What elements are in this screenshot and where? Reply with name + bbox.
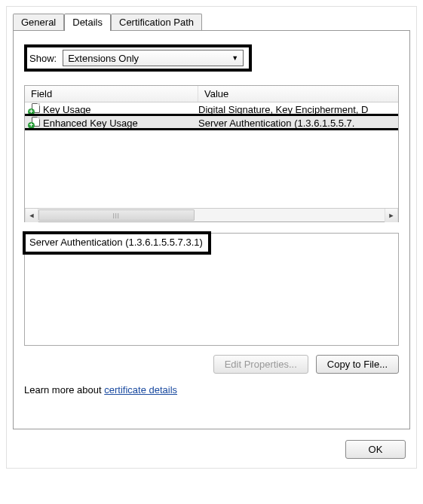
dialog-footer: OK [13, 429, 410, 459]
listview-header: Field Value [25, 86, 398, 102]
certificate-dialog: General Details Certification Path Show:… [6, 6, 417, 469]
row-field: Key Usage [43, 104, 91, 115]
ok-button[interactable]: OK [345, 440, 406, 459]
tab-general[interactable]: General [13, 14, 64, 31]
extension-detail-textbox[interactable]: Server Authentication (1.3.6.1.5.5.7.3.1… [24, 233, 399, 346]
list-row-enhanced-key-usage[interactable]: + Enhanced Key Usage Server Authenticati… [25, 116, 398, 130]
scroll-left-button[interactable]: ◄ [25, 209, 38, 222]
row-field: Enhanced Key Usage [43, 118, 138, 129]
list-row-key-usage[interactable]: + Key Usage Digital Signature, Key Encip… [25, 102, 398, 116]
extension-icon: + [28, 117, 40, 129]
show-label: Show: [29, 53, 57, 64]
show-dropdown-value: Extensions Only [68, 53, 139, 64]
tab-strip: General Details Certification Path [13, 14, 410, 31]
action-buttons-row: Edit Properties... Copy to File... [24, 355, 399, 374]
copy-to-file-button[interactable]: Copy to File... [316, 355, 399, 374]
extension-detail-text: Server Authentication (1.3.6.1.5.5.7.3.1… [29, 237, 203, 248]
learn-more-link-row: Learn more about certificate details [24, 384, 399, 396]
listview-body: + Key Usage Digital Signature, Key Encip… [25, 102, 398, 208]
scroll-track[interactable]: ||| [38, 209, 385, 221]
certificate-details-link[interactable]: certificate details [104, 384, 177, 396]
tab-certification-path[interactable]: Certification Path [111, 14, 202, 31]
row-value: Digital Signature, Key Encipherment, D [198, 104, 398, 115]
extension-icon: + [28, 103, 40, 115]
show-filter-highlight: Show: Extensions Only ▼ [24, 44, 252, 72]
horizontal-scrollbar[interactable]: ◄ ||| ► [25, 208, 398, 221]
row-value: Server Authentication (1.3.6.1.5.5.7. [198, 118, 398, 129]
learn-more-prefix: Learn more about [24, 384, 104, 396]
dropdown-arrow-icon: ▼ [231, 54, 238, 62]
extensions-listview: Field Value + Key Usage Digital Signatur… [24, 85, 399, 222]
scroll-right-button[interactable]: ► [385, 209, 398, 222]
edit-properties-button: Edit Properties... [213, 355, 308, 374]
tab-details[interactable]: Details [64, 14, 111, 31]
show-dropdown[interactable]: Extensions Only ▼ [63, 50, 244, 66]
scroll-thumb[interactable]: ||| [38, 209, 195, 221]
column-header-field[interactable]: Field [25, 86, 198, 102]
column-header-value[interactable]: Value [198, 86, 398, 102]
tab-details-body: Show: Extensions Only ▼ Field Value + Ke… [13, 30, 410, 429]
